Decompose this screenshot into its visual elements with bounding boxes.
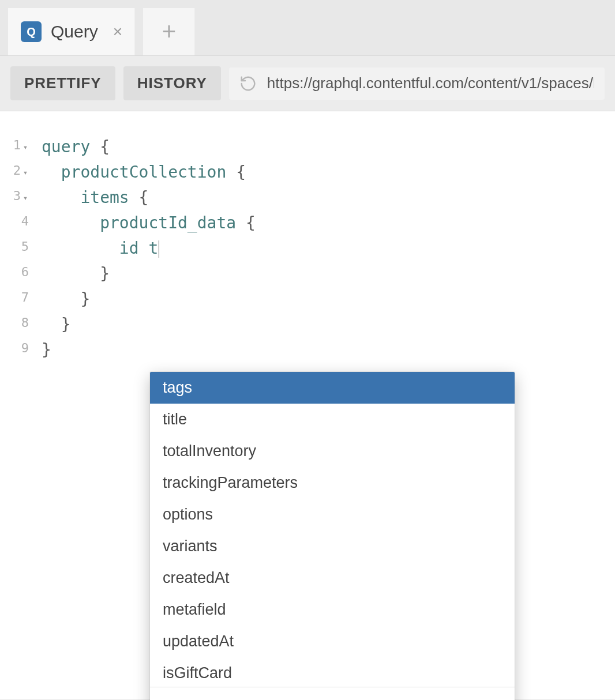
editor[interactable]: 1▾query {2▾ productCollection {3▾ items … xyxy=(0,111,615,699)
autocomplete-item[interactable]: variants xyxy=(150,530,515,562)
line-number: 5 xyxy=(0,236,32,261)
line-number: 8 xyxy=(0,312,32,337)
address-bar[interactable]: https://graphql.contentful.com/content/v… xyxy=(229,67,605,100)
line-number: 4 xyxy=(0,210,32,236)
tab-title: Query xyxy=(51,22,98,42)
code-content[interactable]: } xyxy=(32,312,71,337)
autocomplete-item[interactable]: totalInventory xyxy=(150,435,515,467)
code-line[interactable]: 1▾query { xyxy=(0,134,615,160)
fold-toggle-icon[interactable]: ▾ xyxy=(22,185,29,210)
autocomplete-item[interactable]: trackingParameters xyxy=(150,467,515,499)
close-icon[interactable]: × xyxy=(113,22,122,41)
line-number: 2▾ xyxy=(0,160,32,186)
code-content[interactable]: } xyxy=(32,337,51,363)
code-content[interactable]: } xyxy=(32,261,110,287)
code-content[interactable]: } xyxy=(32,287,90,312)
fold-toggle-icon[interactable]: ▾ xyxy=(22,160,29,185)
fold-toggle-icon[interactable]: ▾ xyxy=(22,134,29,160)
add-tab-button[interactable]: + xyxy=(143,8,195,55)
autocomplete-list: tagstitletotalInventorytrackingParameter… xyxy=(150,372,515,687)
code-content[interactable]: productId_data { xyxy=(32,210,256,236)
history-button[interactable]: HISTORY xyxy=(123,66,221,100)
line-number: 1▾ xyxy=(0,134,32,161)
tab-query[interactable]: Q Query × xyxy=(8,8,135,55)
refresh-icon[interactable] xyxy=(239,75,257,92)
autocomplete-description: [String!]! A comma separated list of tag… xyxy=(150,687,515,700)
code-line[interactable]: 5 id t xyxy=(0,236,615,261)
code-line[interactable]: 7 } xyxy=(0,287,615,312)
code-line[interactable]: 4 productId_data { xyxy=(0,210,615,236)
url-text: https://graphql.contentful.com/content/v… xyxy=(267,74,594,92)
toolbar: PRETTIFY HISTORY https://graphql.content… xyxy=(0,55,615,111)
code-content[interactable]: productCollection { xyxy=(32,160,246,185)
line-number: 9 xyxy=(0,337,32,363)
autocomplete-item[interactable]: title xyxy=(150,404,515,435)
prettify-button[interactable]: PRETTIFY xyxy=(10,66,115,100)
autocomplete-item[interactable]: updatedAt xyxy=(150,626,515,657)
autocomplete-item[interactable]: isGiftCard xyxy=(150,657,515,687)
line-number: 7 xyxy=(0,287,32,312)
code-content[interactable]: items { xyxy=(32,185,148,210)
autocomplete-item[interactable]: createdAt xyxy=(150,562,515,594)
code-line[interactable]: 3▾ items { xyxy=(0,185,615,210)
autocomplete-item[interactable]: metafield xyxy=(150,594,515,626)
autocomplete-item[interactable]: tags xyxy=(150,372,515,404)
code-line[interactable]: 6 } xyxy=(0,261,615,287)
code-content[interactable]: query { xyxy=(32,134,110,160)
query-tab-icon: Q xyxy=(21,21,42,42)
tab-bar: Q Query × + xyxy=(0,0,615,55)
plus-icon: + xyxy=(162,20,177,44)
line-number: 3▾ xyxy=(0,185,32,212)
line-number: 6 xyxy=(0,261,32,287)
query-tab-icon-letter: Q xyxy=(27,25,36,39)
code-line[interactable]: 8 } xyxy=(0,312,615,337)
autocomplete-item[interactable]: options xyxy=(150,499,515,530)
code-line[interactable]: 9} xyxy=(0,337,615,363)
code-line[interactable]: 2▾ productCollection { xyxy=(0,160,615,185)
autocomplete-popup: tagstitletotalInventorytrackingParameter… xyxy=(150,372,515,700)
text-cursor xyxy=(159,240,159,258)
code-content[interactable]: id t xyxy=(32,236,159,261)
